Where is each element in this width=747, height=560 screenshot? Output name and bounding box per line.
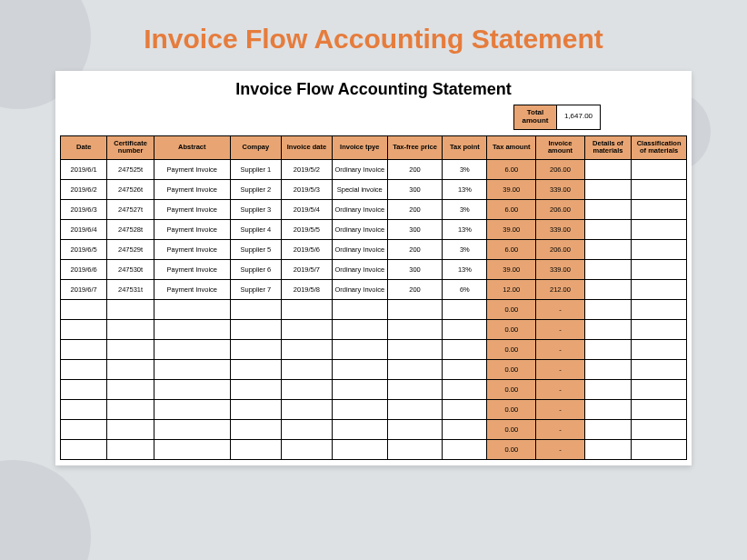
cell-invoice-amount[interactable]: - — [536, 379, 585, 399]
cell-classification[interactable] — [632, 399, 687, 419]
cell-date[interactable] — [61, 339, 107, 359]
cell-tax-point[interactable] — [443, 359, 487, 379]
cell-tax-amount[interactable]: 0.00 — [487, 439, 536, 459]
cell-invoice-amount[interactable]: 206.00 — [536, 159, 585, 179]
cell-classification[interactable] — [632, 239, 687, 259]
cell-abstract[interactable] — [154, 359, 230, 379]
cell-tax-amount[interactable]: 0.00 — [487, 339, 536, 359]
cell-tax-amount[interactable]: 0.00 — [487, 319, 536, 339]
cell-classification[interactable] — [632, 219, 687, 239]
cell-classification[interactable] — [632, 359, 687, 379]
cell-invoice-type[interactable] — [332, 319, 387, 339]
cell-classification[interactable] — [632, 199, 687, 219]
cell-tax-free-price[interactable]: 200 — [387, 239, 443, 259]
cell-invoice-type[interactable] — [332, 339, 387, 359]
cell-certificate[interactable]: 247529t — [107, 239, 154, 259]
cell-abstract[interactable] — [154, 319, 230, 339]
cell-invoice-date[interactable] — [281, 299, 332, 319]
cell-certificate[interactable]: 247528t — [107, 219, 154, 239]
cell-classification[interactable] — [632, 299, 687, 319]
cell-certificate[interactable] — [107, 439, 154, 459]
cell-abstract[interactable] — [154, 419, 230, 439]
cell-certificate[interactable] — [107, 299, 154, 319]
cell-invoice-type[interactable]: Ordinary Invoice — [332, 259, 387, 279]
cell-invoice-date[interactable]: 2019/5/4 — [281, 199, 332, 219]
cell-invoice-date[interactable]: 2019/5/3 — [281, 179, 332, 199]
cell-date[interactable] — [61, 319, 107, 339]
cell-certificate[interactable]: 247531t — [107, 279, 154, 299]
cell-invoice-amount[interactable]: - — [536, 339, 585, 359]
cell-details[interactable] — [584, 419, 631, 439]
cell-company[interactable] — [230, 379, 281, 399]
cell-details[interactable] — [584, 199, 631, 219]
cell-date[interactable]: 2019/6/6 — [61, 259, 107, 279]
cell-tax-amount[interactable]: 0.00 — [487, 419, 536, 439]
cell-invoice-type[interactable]: Special invoice — [332, 179, 387, 199]
cell-date[interactable] — [61, 419, 107, 439]
cell-abstract[interactable] — [154, 379, 230, 399]
cell-classification[interactable] — [632, 379, 687, 399]
cell-classification[interactable] — [632, 419, 687, 439]
cell-invoice-type[interactable]: Ordinary Invoice — [332, 279, 387, 299]
cell-details[interactable] — [584, 399, 631, 419]
cell-date[interactable]: 2019/6/7 — [61, 279, 107, 299]
cell-abstract[interactable] — [154, 439, 230, 459]
cell-date[interactable]: 2019/6/2 — [61, 179, 107, 199]
cell-tax-free-price[interactable] — [387, 339, 443, 359]
cell-abstract[interactable]: Payment Invoice — [154, 279, 230, 299]
cell-abstract[interactable]: Payment Invoice — [154, 219, 230, 239]
cell-invoice-type[interactable] — [332, 399, 387, 419]
cell-classification[interactable] — [632, 439, 687, 459]
cell-details[interactable] — [584, 179, 631, 199]
cell-invoice-amount[interactable]: 339.00 — [536, 259, 585, 279]
cell-tax-amount[interactable]: 39.00 — [487, 219, 536, 239]
cell-tax-free-price[interactable] — [387, 399, 443, 419]
cell-company[interactable]: Supplier 3 — [230, 199, 281, 219]
cell-certificate[interactable] — [107, 399, 154, 419]
cell-tax-amount[interactable]: 0.00 — [487, 299, 536, 319]
cell-tax-free-price[interactable]: 200 — [387, 279, 443, 299]
cell-abstract[interactable] — [154, 399, 230, 419]
cell-certificate[interactable] — [107, 339, 154, 359]
cell-company[interactable] — [230, 359, 281, 379]
cell-invoice-amount[interactable]: - — [536, 319, 585, 339]
cell-invoice-amount[interactable]: 339.00 — [536, 219, 585, 239]
cell-details[interactable] — [584, 279, 631, 299]
cell-tax-free-price[interactable]: 300 — [387, 219, 443, 239]
cell-invoice-date[interactable] — [281, 379, 332, 399]
cell-invoice-type[interactable]: Ordinary Invoice — [332, 239, 387, 259]
cell-tax-amount[interactable]: 12.00 — [487, 279, 536, 299]
cell-tax-free-price[interactable]: 300 — [387, 179, 443, 199]
cell-tax-amount[interactable]: 6.00 — [487, 159, 536, 179]
cell-tax-amount[interactable]: 39.00 — [487, 259, 536, 279]
cell-invoice-type[interactable] — [332, 299, 387, 319]
cell-company[interactable] — [230, 399, 281, 419]
cell-invoice-type[interactable]: Ordinary Invoice — [332, 199, 387, 219]
cell-invoice-type[interactable]: Ordinary Invoice — [332, 159, 387, 179]
cell-classification[interactable] — [632, 179, 687, 199]
cell-company[interactable]: Supplier 1 — [230, 159, 281, 179]
cell-invoice-amount[interactable]: - — [536, 419, 585, 439]
cell-date[interactable] — [61, 299, 107, 319]
cell-details[interactable] — [584, 159, 631, 179]
cell-tax-point[interactable]: 13% — [443, 259, 487, 279]
cell-invoice-type[interactable] — [332, 379, 387, 399]
cell-invoice-type[interactable]: Ordinary Invoice — [332, 219, 387, 239]
cell-company[interactable] — [230, 339, 281, 359]
cell-certificate[interactable] — [107, 359, 154, 379]
cell-company[interactable]: Supplier 5 — [230, 239, 281, 259]
cell-date[interactable] — [61, 439, 107, 459]
cell-date[interactable] — [61, 359, 107, 379]
cell-invoice-date[interactable] — [281, 359, 332, 379]
cell-invoice-date[interactable]: 2019/5/7 — [281, 259, 332, 279]
cell-company[interactable]: Supplier 7 — [230, 279, 281, 299]
cell-invoice-type[interactable] — [332, 439, 387, 459]
cell-certificate[interactable] — [107, 379, 154, 399]
cell-invoice-type[interactable] — [332, 359, 387, 379]
cell-tax-free-price[interactable] — [387, 299, 443, 319]
cell-tax-point[interactable]: 13% — [443, 219, 487, 239]
cell-tax-point[interactable] — [443, 439, 487, 459]
cell-date[interactable]: 2019/6/5 — [61, 239, 107, 259]
cell-date[interactable]: 2019/6/3 — [61, 199, 107, 219]
cell-tax-free-price[interactable] — [387, 359, 443, 379]
